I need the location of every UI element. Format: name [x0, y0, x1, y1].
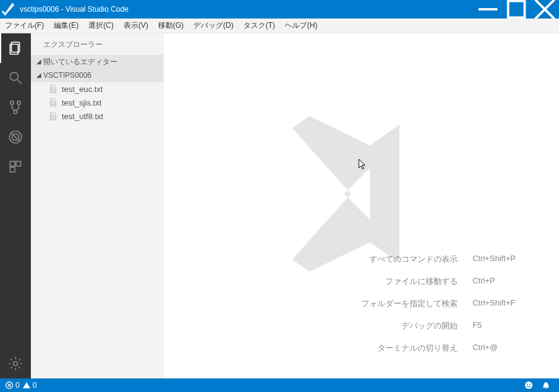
file-name: test_sjis.txt: [62, 98, 101, 107]
workbench: エクスプローラー ◢ 開いているエディター ◢ VSCTIPS0006 test…: [0, 33, 559, 378]
shortcut-label: フォルダーを指定して検索: [361, 298, 458, 309]
section-open-editors-label: 開いているエディター: [43, 57, 117, 67]
svg-point-8: [11, 101, 14, 104]
menu-help[interactable]: ヘルプ(H): [280, 19, 322, 32]
maximize-button[interactable]: [502, 0, 531, 19]
warning-count: 0: [33, 381, 37, 390]
shortcut-label: デバッグの開始: [361, 320, 458, 332]
activity-search[interactable]: [0, 63, 31, 93]
shortcut-label: ターミナルの切り替え: [361, 343, 458, 354]
file-item[interactable]: test_euc.txt: [31, 82, 164, 96]
shortcut-label: ファイルに移動する: [361, 276, 458, 287]
cursor-icon: [358, 159, 366, 171]
menu-view[interactable]: 表示(V): [119, 19, 153, 32]
status-errors[interactable]: 0: [5, 381, 20, 390]
menu-bar: ファイル(F) 編集(E) 選択(C) 表示(V) 移動(G) デバッグ(D) …: [0, 19, 559, 33]
svg-point-17: [14, 362, 18, 366]
menu-edit[interactable]: 編集(E): [49, 19, 83, 32]
minimize-button[interactable]: [474, 0, 502, 19]
shortcut-key: F5: [473, 320, 516, 332]
vscode-icon: [0, 1, 17, 18]
status-bar: 0 0: [0, 378, 559, 392]
svg-rect-14: [10, 161, 15, 166]
shortcut-key: Ctrl+@: [473, 343, 516, 354]
svg-rect-1: [508, 1, 525, 18]
svg-point-23: [529, 384, 531, 385]
file-icon: [48, 98, 58, 107]
menu-task[interactable]: タスク(T): [238, 19, 280, 32]
close-button[interactable]: [531, 0, 559, 19]
sidebar-title: エクスプローラー: [31, 33, 164, 55]
status-notifications[interactable]: [542, 381, 550, 390]
status-warnings[interactable]: 0: [22, 381, 37, 390]
svg-rect-16: [10, 167, 15, 172]
svg-line-7: [17, 80, 22, 84]
title-bar: vsctips0006 - Visual Studio Code: [0, 0, 559, 19]
chevron-down-icon: ◢: [35, 58, 43, 65]
section-folder-label: VSCTIPS0006: [43, 71, 91, 80]
window-controls: [474, 0, 559, 19]
file-item[interactable]: test_sjis.txt: [31, 96, 164, 109]
file-name: test_euc.txt: [62, 85, 103, 94]
file-item[interactable]: test_utf8.txt: [31, 109, 164, 123]
activity-extensions[interactable]: [0, 152, 31, 181]
svg-point-6: [10, 72, 18, 80]
error-count: 0: [15, 381, 20, 390]
svg-rect-15: [16, 161, 21, 166]
section-open-editors[interactable]: ◢ 開いているエディター: [31, 55, 164, 69]
svg-point-10: [14, 111, 17, 114]
activity-bar: [0, 33, 31, 378]
welcome-shortcuts: すべてのコマンドの表示 Ctrl+Shift+P ファイルに移動する Ctrl+…: [361, 254, 516, 354]
status-feedback[interactable]: [524, 381, 533, 390]
file-name: test_utf8.txt: [62, 112, 103, 121]
section-folder[interactable]: ◢ VSCTIPS0006: [31, 69, 164, 82]
menu-go[interactable]: 移動(G): [153, 19, 188, 32]
editor-area: すべてのコマンドの表示 Ctrl+Shift+P ファイルに移動する Ctrl+…: [164, 33, 559, 378]
sidebar-explorer: エクスプローラー ◢ 開いているエディター ◢ VSCTIPS0006 test…: [31, 33, 164, 378]
activity-scm[interactable]: [0, 93, 31, 122]
svg-point-9: [17, 101, 20, 104]
activity-explorer[interactable]: [0, 33, 31, 63]
menu-select[interactable]: 選択(C): [83, 19, 119, 32]
activity-settings[interactable]: [0, 349, 31, 378]
shortcut-key: Ctrl+Shift+F: [473, 298, 516, 309]
svg-point-22: [527, 384, 528, 385]
svg-point-21: [525, 382, 532, 389]
file-icon: [48, 111, 58, 121]
shortcut-key: Ctrl+Shift+P: [473, 254, 516, 265]
menu-debug[interactable]: デバッグ(D): [188, 19, 238, 32]
window-title: vsctips0006 - Visual Studio Code: [17, 5, 474, 14]
activity-debug[interactable]: [0, 122, 31, 152]
file-icon: [48, 84, 58, 94]
menu-file[interactable]: ファイル(F): [0, 19, 49, 32]
chevron-down-icon: ◢: [35, 72, 43, 78]
shortcut-key: Ctrl+P: [473, 276, 516, 287]
shortcut-label: すべてのコマンドの表示: [361, 254, 458, 265]
